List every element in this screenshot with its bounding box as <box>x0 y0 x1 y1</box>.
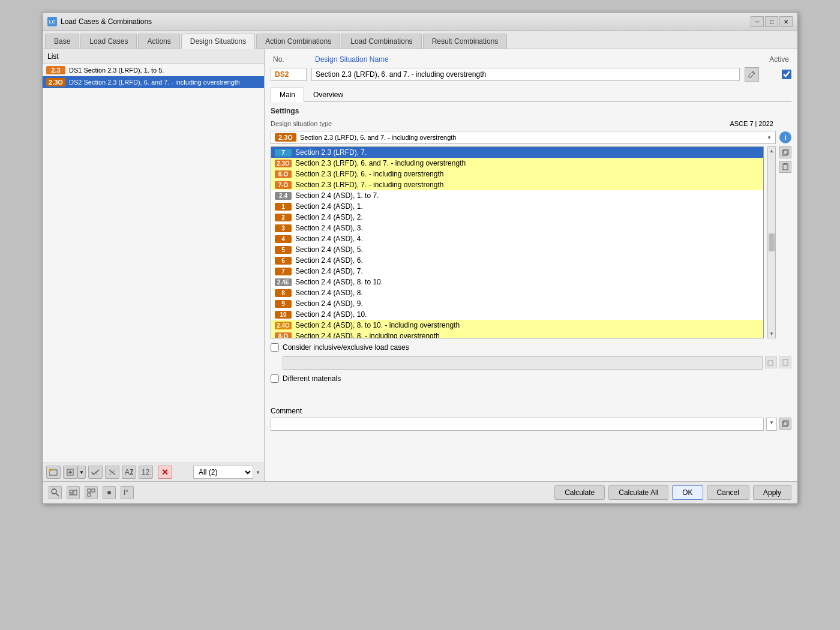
sort-num-button[interactable]: 12 <box>139 466 153 479</box>
dropdown-action-buttons <box>779 146 791 338</box>
delete-button[interactable]: ✕ <box>158 466 172 479</box>
svg-rect-17 <box>782 422 787 427</box>
copy-to-button[interactable] <box>779 146 791 158</box>
dropdown-item-7[interactable]: 7 Section 2.3 (LRFD), 7. <box>271 147 763 158</box>
ok-button[interactable]: OK <box>672 485 703 500</box>
maximize-button[interactable]: □ <box>765 16 778 27</box>
cancel-button[interactable]: Cancel <box>707 485 749 500</box>
tab-actions[interactable]: Actions <box>138 34 179 49</box>
svg-text:f°: f° <box>124 488 128 497</box>
svg-rect-12 <box>784 149 788 154</box>
comment-label: Comment <box>271 407 791 415</box>
tab-base[interactable]: Base <box>45 34 79 49</box>
svg-rect-23 <box>70 494 73 495</box>
ds-name-1: DS1 Section 2.3 (LRFD), 1. to 5. <box>69 67 164 74</box>
dropdown-item-8[interactable]: 8 Section 2.4 (ASD), 8. <box>271 287 763 298</box>
different-materials-label: Different materials <box>283 374 341 383</box>
uncheck-all-button[interactable] <box>105 466 119 479</box>
check-all-button[interactable] <box>88 466 103 479</box>
dropdown-item-9[interactable]: 9 Section 2.4 (ASD), 9. <box>271 298 763 309</box>
window-controls: ─ □ ✕ <box>751 16 793 27</box>
active-checkbox[interactable] <box>782 70 791 79</box>
dropdown-arrow-button[interactable]: ▼ <box>77 466 86 479</box>
all-select-dropdown[interactable]: All (2) <box>193 466 253 479</box>
new-folder-button[interactable] <box>46 466 61 479</box>
detail-row <box>271 67 791 82</box>
dropdown-item-3[interactable]: 3 Section 2.4 (ASD), 3. <box>271 223 763 233</box>
subtab-main[interactable]: Main <box>271 88 304 102</box>
close-button[interactable]: ✕ <box>779 16 793 27</box>
main-content: List 2.3 DS1 Section 2.3 (LRFD), 1. to 5… <box>43 49 797 481</box>
svg-line-20 <box>56 493 59 496</box>
dropdown-item-4[interactable]: 4 Section 2.4 (ASD), 4. <box>271 233 763 244</box>
scrollbar[interactable]: ▲ ▼ <box>767 146 776 338</box>
svg-rect-1 <box>49 470 52 471</box>
dropdown-item-23o[interactable]: 2.3O Section 2.3 (LRFD), 6. and 7. - inc… <box>271 158 763 169</box>
sort-az-button[interactable]: AZ <box>122 466 136 479</box>
svg-rect-18 <box>784 421 788 425</box>
ds-name-2: DS2 Section 2.3 (LRFD), 6. and 7. - incl… <box>69 79 240 86</box>
view-button[interactable] <box>67 486 80 499</box>
right-panel: No. Design Situation Name Active Main Ov… <box>265 49 797 481</box>
consider-inclusive-label: Consider inclusive/exclusive load cases <box>283 343 409 352</box>
tab-load-combinations[interactable]: Load Combinations <box>341 34 421 49</box>
left-panel: List 2.3 DS1 Section 2.3 (LRFD), 1. to 5… <box>43 49 265 481</box>
edit-name-button[interactable] <box>745 67 759 82</box>
tab-result-combinations[interactable]: Result Combinations <box>423 34 508 49</box>
ds-no-field[interactable] <box>271 68 307 81</box>
new-item-button[interactable] <box>63 466 77 479</box>
layout-button[interactable] <box>85 486 98 499</box>
title-bar: LC Load Cases & Combinations ─ □ ✕ <box>43 13 797 31</box>
footer-right-buttons: Calculate Calculate All OK Cancel Apply <box>554 485 791 500</box>
dropdown-item-6[interactable]: 6 Section 2.4 (ASD), 6. <box>271 255 763 266</box>
svg-text:AZ: AZ <box>125 469 133 476</box>
svg-rect-25 <box>92 489 95 492</box>
dropdown-item-2[interactable]: 2 Section 2.4 (ASD), 2. <box>271 212 763 223</box>
dropdown-item-7o[interactable]: 7-O Section 2.3 (LRFD), 7. - including o… <box>271 179 763 190</box>
svg-point-27 <box>107 491 111 494</box>
svg-rect-21 <box>70 490 73 493</box>
svg-rect-24 <box>88 489 91 492</box>
svg-text:12: 12 <box>142 469 150 476</box>
comment-input[interactable] <box>271 418 764 431</box>
search-button[interactable] <box>49 486 62 499</box>
comment-copy-button[interactable] <box>779 418 791 430</box>
tab-load-cases[interactable]: Load Cases <box>80 34 137 49</box>
selected-badge: 2.3O <box>275 133 296 142</box>
left-toolbar: ▼ AZ 12 ✕ All (2) <box>43 463 264 481</box>
tab-design-situations[interactable]: Design Situations <box>181 34 255 49</box>
dropdown-item-24[interactable]: 2.4 Section 2.4 (ASD), 1. to 7. <box>271 190 763 201</box>
design-situation-type-label: Design situation type <box>271 120 332 127</box>
list-item-selected[interactable]: 2.3O DS2 Section 2.3 (LRFD), 6. and 7. -… <box>43 76 264 88</box>
consider-copy-button <box>765 356 777 368</box>
dot-button[interactable] <box>103 486 116 499</box>
different-materials-checkbox[interactable] <box>271 374 279 383</box>
dropdown-item-240[interactable]: 2.4O Section 2.4 (ASD), 8. to 10. - incl… <box>271 320 763 331</box>
footer-left-buttons: f° <box>49 486 134 499</box>
paste-button[interactable] <box>779 161 791 173</box>
dropdown-item-5[interactable]: 5 Section 2.4 (ASD), 5. <box>271 244 763 255</box>
dropdown-item-6o[interactable]: 6-O Section 2.3 (LRFD), 6. - including o… <box>271 169 763 179</box>
tab-action-combinations[interactable]: Action Combinations <box>256 34 340 49</box>
consider-inclusive-checkbox[interactable] <box>271 343 279 352</box>
dropdown-item-10[interactable]: 10 Section 2.4 (ASD), 10. <box>271 309 763 320</box>
dropdown-item-1[interactable]: 1 Section 2.4 (ASD), 1. <box>271 201 763 212</box>
formula-button[interactable]: f° <box>121 486 134 499</box>
calculate-button[interactable]: Calculate <box>554 485 605 500</box>
type-dropdown-selected[interactable]: 2.3O Section 2.3 (LRFD), 6. and 7. - inc… <box>271 131 776 144</box>
list-item[interactable]: 2.3 DS1 Section 2.3 (LRFD), 1. to 5. <box>43 64 264 76</box>
app-icon: LC <box>47 17 57 26</box>
svg-rect-14 <box>784 163 787 164</box>
all-select: All (2) ▼ <box>193 466 260 479</box>
dropdown-item-7asd[interactable]: 7 Section 2.4 (ASD), 7. <box>271 266 763 277</box>
dropdown-item-8o[interactable]: 8-O Section 2.4 (ASD), 8. - including ov… <box>271 331 763 338</box>
comment-dropdown[interactable]: ▼ <box>766 418 777 431</box>
calculate-all-button[interactable]: Calculate All <box>608 485 668 500</box>
minimize-button[interactable]: ─ <box>751 16 764 27</box>
subtab-overview[interactable]: Overview <box>304 88 352 101</box>
ds-name-field[interactable] <box>311 68 740 81</box>
info-button[interactable]: i <box>779 131 791 143</box>
apply-button[interactable]: Apply <box>753 485 791 500</box>
dropdown-item-24e[interactable]: 2.4E Section 2.4 (ASD), 8. to 10. <box>271 277 763 287</box>
svg-rect-22 <box>74 490 77 495</box>
